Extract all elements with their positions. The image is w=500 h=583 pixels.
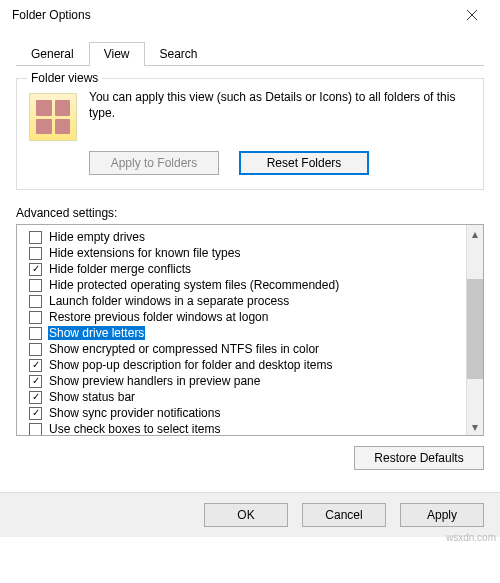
list-item-label: Hide folder merge conflicts	[48, 262, 192, 276]
list-item-label: Show encrypted or compressed NTFS files …	[48, 342, 320, 356]
list-item[interactable]: Use check boxes to select items	[19, 421, 464, 435]
list-item[interactable]: Show sync provider notifications	[19, 405, 464, 421]
checkbox[interactable]	[29, 311, 42, 324]
list-item[interactable]: Hide extensions for known file types	[19, 245, 464, 261]
folder-views-row: You can apply this view (such as Details…	[29, 89, 471, 141]
list-item[interactable]: Show preview handlers in preview pane	[19, 373, 464, 389]
cancel-button[interactable]: Cancel	[302, 503, 386, 527]
list-item-label: Launch folder windows in a separate proc…	[48, 294, 290, 308]
scroll-down-arrow[interactable]: ▾	[467, 418, 483, 435]
list-item[interactable]: Show encrypted or compressed NTFS files …	[19, 341, 464, 357]
list-item[interactable]: Hide empty drives	[19, 229, 464, 245]
list-item[interactable]: Hide folder merge conflicts	[19, 261, 464, 277]
advanced-settings-box: Hide empty drivesHide extensions for kno…	[16, 224, 484, 436]
checkbox[interactable]	[29, 231, 42, 244]
window-title: Folder Options	[8, 8, 91, 22]
list-item[interactable]: Show drive letters	[19, 325, 464, 341]
watermark: wsxdn.com	[446, 532, 496, 543]
dialog-content: General View Search Folder views You can…	[0, 30, 500, 478]
list-item[interactable]: Hide protected operating system files (R…	[19, 277, 464, 293]
checkbox[interactable]	[29, 359, 42, 372]
folder-icon	[29, 93, 77, 141]
folder-views-buttons: Apply to Folders Reset Folders	[89, 151, 471, 175]
dialog-footer: OK Cancel Apply	[0, 492, 500, 537]
scrollbar-thumb[interactable]	[467, 279, 483, 379]
close-icon	[467, 10, 477, 20]
restore-defaults-button[interactable]: Restore Defaults	[354, 446, 484, 470]
list-item[interactable]: Show pop-up description for folder and d…	[19, 357, 464, 373]
advanced-settings-label: Advanced settings:	[16, 206, 484, 220]
folder-views-description: You can apply this view (such as Details…	[89, 89, 471, 121]
list-item-label: Show status bar	[48, 390, 136, 404]
titlebar: Folder Options	[0, 0, 500, 30]
tab-bar: General View Search	[16, 42, 484, 66]
checkbox[interactable]	[29, 343, 42, 356]
list-item-label: Hide empty drives	[48, 230, 146, 244]
checkbox[interactable]	[29, 375, 42, 388]
reset-folders-button[interactable]: Reset Folders	[239, 151, 369, 175]
tab-search[interactable]: Search	[145, 42, 213, 65]
folder-views-group: Folder views You can apply this view (su…	[16, 78, 484, 190]
close-button[interactable]	[452, 1, 492, 29]
list-item-label: Show pop-up description for folder and d…	[48, 358, 334, 372]
list-item-label: Restore previous folder windows at logon	[48, 310, 269, 324]
folder-views-title: Folder views	[27, 71, 102, 85]
list-item-label: Show drive letters	[48, 326, 145, 340]
checkbox[interactable]	[29, 295, 42, 308]
checkbox[interactable]	[29, 423, 42, 436]
tab-general[interactable]: General	[16, 42, 89, 65]
list-item-label: Hide protected operating system files (R…	[48, 278, 340, 292]
advanced-settings-list[interactable]: Hide empty drivesHide extensions for kno…	[17, 225, 466, 435]
list-item[interactable]: Launch folder windows in a separate proc…	[19, 293, 464, 309]
scrollbar[interactable]: ▴ ▾	[466, 225, 483, 435]
checkbox[interactable]	[29, 247, 42, 260]
checkbox[interactable]	[29, 327, 42, 340]
list-item-label: Hide extensions for known file types	[48, 246, 241, 260]
restore-defaults-row: Restore Defaults	[16, 446, 484, 470]
tab-view[interactable]: View	[89, 42, 145, 66]
checkbox[interactable]	[29, 279, 42, 292]
scroll-up-arrow[interactable]: ▴	[467, 225, 483, 242]
ok-button[interactable]: OK	[204, 503, 288, 527]
checkbox[interactable]	[29, 407, 42, 420]
list-item-label: Use check boxes to select items	[48, 422, 221, 435]
list-item-label: Show sync provider notifications	[48, 406, 221, 420]
list-item-label: Show preview handlers in preview pane	[48, 374, 261, 388]
list-item[interactable]: Show status bar	[19, 389, 464, 405]
list-item[interactable]: Restore previous folder windows at logon	[19, 309, 464, 325]
apply-button[interactable]: Apply	[400, 503, 484, 527]
checkbox[interactable]	[29, 391, 42, 404]
apply-to-folders-button: Apply to Folders	[89, 151, 219, 175]
checkbox[interactable]	[29, 263, 42, 276]
